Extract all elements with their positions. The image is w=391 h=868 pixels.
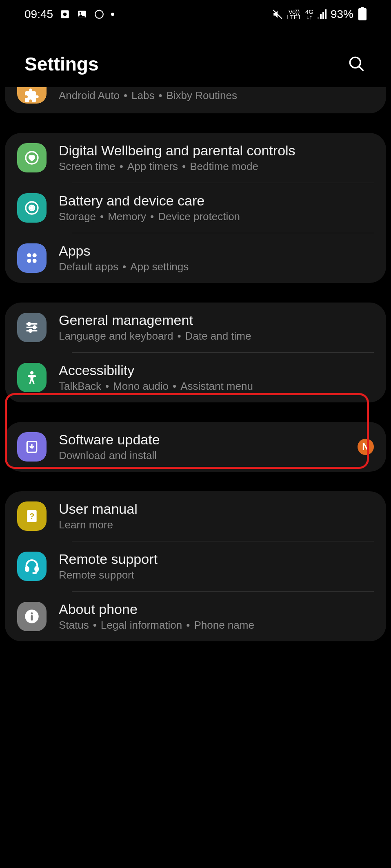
svg-rect-25: [26, 567, 29, 571]
svg-rect-29: [31, 615, 33, 621]
settings-row-accessibility[interactable]: Accessibility TalkBack•Mono audio•Assist…: [5, 353, 386, 402]
row-text: Remote support Remote support: [59, 551, 374, 581]
sliders-icon: [17, 313, 47, 342]
settings-row-software-update[interactable]: Software update Download and install N: [5, 422, 386, 472]
svg-point-10: [31, 207, 33, 210]
row-title: Digital Wellbeing and parental controls: [59, 143, 374, 159]
row-text: Android Auto•Labs•Bixby Routines: [59, 89, 374, 102]
settings-row-user-manual[interactable]: ? User manual Learn more: [5, 491, 386, 541]
svg-point-16: [28, 322, 31, 325]
row-text: Battery and device care Storage•Memory•D…: [59, 193, 374, 223]
mute-icon: [272, 9, 283, 20]
row-title: User manual: [59, 501, 374, 517]
row-subtitle: Android Auto•Labs•Bixby Routines: [59, 89, 374, 102]
row-text: User manual Learn more: [59, 501, 374, 531]
row-subtitle: Status•Legal information•Phone name: [59, 619, 374, 632]
row-subtitle: Screen time•App timers•Bedtime mode: [59, 160, 374, 173]
row-text: Software update Download and install: [59, 432, 345, 462]
svg-point-14: [33, 259, 37, 263]
row-subtitle: Default apps•App settings: [59, 261, 374, 273]
photo-icon: [60, 9, 70, 20]
status-bar: 09:45 Vo)) LTE1 4G ↓↑ 93%: [0, 0, 391, 29]
refresh-circle-icon: [17, 193, 47, 223]
settings-group: Software update Download and install N: [5, 422, 386, 472]
settings-row-general-management[interactable]: General management Language and keyboard…: [5, 303, 386, 352]
svg-point-6: [350, 57, 361, 68]
row-title: About phone: [59, 601, 374, 617]
header: Settings: [0, 29, 391, 91]
search-button[interactable]: [347, 54, 367, 74]
settings-group: ? User manual Learn more Remote support …: [5, 491, 386, 641]
settings-group: Digital Wellbeing and parental controls …: [5, 133, 386, 283]
status-left: 09:45: [24, 8, 114, 21]
person-icon: [17, 363, 47, 392]
row-text: General management Language and keyboard…: [59, 312, 374, 342]
row-title: General management: [59, 312, 374, 328]
settings-group: General management Language and keyboard…: [5, 303, 386, 402]
svg-point-11: [27, 253, 31, 257]
signal-bars-icon: [318, 9, 327, 19]
row-title: Software update: [59, 432, 345, 448]
network-4g-icon: 4G ↓↑: [305, 9, 313, 20]
row-subtitle: TalkBack•Mono audio•Assistant menu: [59, 380, 374, 393]
update-icon: [94, 9, 104, 20]
row-title: Battery and device care: [59, 193, 374, 209]
more-dot-icon: [111, 13, 114, 16]
dots-four-icon: [17, 243, 47, 273]
row-subtitle: Download and install: [59, 449, 345, 462]
settings-group: Android Auto•Labs•Bixby Routines: [5, 87, 386, 113]
settings-list: Android Auto•Labs•Bixby Routines Digital…: [0, 87, 391, 641]
settings-row-battery-device-care[interactable]: Battery and device care Storage•Memory•D…: [5, 183, 386, 233]
status-right: Vo)) LTE1 4G ↓↑ 93%: [272, 8, 367, 21]
settings-row-advanced-features[interactable]: Android Auto•Labs•Bixby Routines: [5, 87, 386, 113]
headset-icon: [17, 552, 47, 581]
svg-point-20: [29, 329, 32, 332]
settings-row-digital-wellbeing[interactable]: Digital Wellbeing and parental controls …: [5, 133, 386, 183]
battery-icon: [358, 8, 367, 20]
page-title: Settings: [24, 53, 98, 75]
svg-text:?: ?: [29, 512, 34, 521]
info-circle-icon: [17, 602, 47, 631]
settings-row-about-phone[interactable]: About phone Status•Legal information•Pho…: [5, 592, 386, 641]
row-subtitle: Learn more: [59, 519, 374, 531]
row-subtitle: Remote support: [59, 569, 374, 581]
volte-icon: Vo)) LTE1: [287, 9, 301, 20]
svg-point-28: [31, 612, 33, 614]
svg-point-3: [80, 12, 81, 14]
settings-row-remote-support[interactable]: Remote support Remote support: [5, 541, 386, 591]
svg-point-12: [33, 253, 37, 257]
row-subtitle: Storage•Memory•Device protection: [59, 210, 374, 223]
svg-point-21: [30, 371, 33, 374]
row-subtitle: Language and keyboard•Date and time: [59, 330, 374, 342]
puzzle-icon: [17, 87, 47, 104]
svg-point-13: [27, 259, 31, 263]
download-tile-icon: [17, 432, 47, 462]
row-title: Remote support: [59, 551, 374, 567]
heart-circle-icon: [17, 143, 47, 172]
row-text: About phone Status•Legal information•Pho…: [59, 601, 374, 632]
svg-rect-26: [35, 567, 38, 571]
row-title: Accessibility: [59, 362, 374, 378]
svg-line-7: [359, 66, 364, 71]
settings-row-apps[interactable]: Apps Default apps•App settings: [5, 233, 386, 283]
battery-percent: 93%: [331, 8, 353, 21]
notification-badge: N: [358, 439, 374, 455]
image-icon: [77, 9, 87, 20]
book-help-icon: ?: [17, 501, 47, 531]
row-title: Apps: [59, 243, 374, 259]
svg-point-1: [63, 13, 67, 16]
row-text: Apps Default apps•App settings: [59, 243, 374, 273]
svg-point-18: [33, 326, 36, 329]
row-text: Accessibility TalkBack•Mono audio•Assist…: [59, 362, 374, 393]
search-icon: [348, 55, 366, 73]
status-time: 09:45: [24, 8, 53, 21]
row-text: Digital Wellbeing and parental controls …: [59, 143, 374, 173]
